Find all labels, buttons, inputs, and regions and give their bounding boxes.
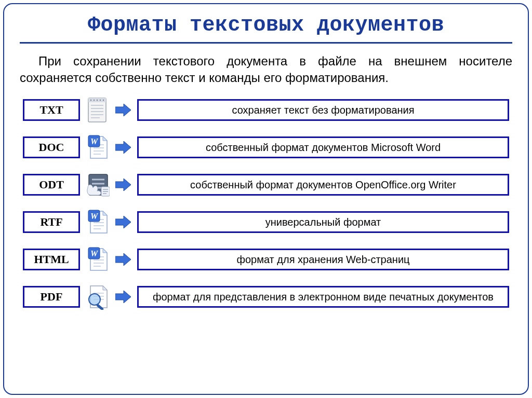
arrow-right-icon (114, 176, 132, 194)
format-desc: формат для представления в электронном в… (137, 286, 509, 308)
svg-point-5 (100, 100, 101, 101)
format-row-rtf: RTF W универсальный формат (23, 209, 509, 235)
arrow-right-icon (114, 213, 132, 231)
svg-marker-28 (115, 179, 131, 191)
openoffice-file-icon (85, 172, 111, 198)
format-desc: сохраняет текст без форматирования (137, 99, 509, 121)
format-list: TXT сохра (20, 97, 512, 310)
svg-marker-19 (115, 141, 131, 154)
intro-paragraph: При сохранении текстового документа в фа… (20, 53, 512, 87)
format-label: ODT (23, 174, 80, 196)
arrow-right-icon (114, 288, 132, 306)
arrow-right-icon (114, 101, 132, 119)
arrow-right-icon (114, 139, 132, 156)
svg-point-2 (90, 100, 91, 101)
format-label: HTML (23, 249, 80, 270)
format-row-pdf: PDF формат для представления в электронн… (23, 284, 509, 310)
svg-marker-35 (115, 216, 131, 228)
magnifier-file-icon (85, 284, 111, 310)
svg-marker-42 (115, 253, 131, 266)
format-row-txt: TXT сохра (23, 97, 509, 123)
format-row-odt: ODT собственный формат документов OpenOf (23, 172, 509, 198)
format-row-html: HTML W формат для хранения Web-страниц (23, 246, 509, 272)
word-file-icon: W (85, 209, 111, 235)
arrow-right-icon (114, 251, 132, 268)
format-desc: собственный формат документов OpenOffice… (137, 174, 509, 196)
page-title: Форматы текстовых документов (20, 13, 512, 44)
svg-text:W: W (90, 212, 99, 221)
format-label: PDF (23, 286, 80, 308)
svg-text:W: W (90, 249, 99, 258)
svg-point-6 (103, 100, 104, 101)
format-desc: универсальный формат (137, 211, 509, 233)
format-desc: формат для хранения Web-страниц (137, 249, 509, 270)
svg-marker-48 (115, 291, 131, 303)
svg-point-46 (89, 294, 100, 305)
format-row-doc: DOC W собственный формат документов Micr… (23, 134, 509, 160)
notepad-file-icon (85, 97, 111, 123)
slide-frame: Форматы текстовых документов При сохране… (3, 3, 529, 395)
format-desc: собственный формат документов Microsoft … (137, 136, 509, 158)
word-file-icon: W (85, 246, 111, 272)
format-label: DOC (23, 136, 80, 158)
svg-point-3 (94, 100, 95, 101)
word-file-icon: W (85, 134, 111, 160)
svg-text:W: W (90, 137, 99, 146)
format-label: TXT (23, 99, 80, 121)
format-label: RTF (23, 211, 80, 233)
svg-point-4 (97, 100, 98, 101)
svg-marker-12 (115, 104, 131, 116)
